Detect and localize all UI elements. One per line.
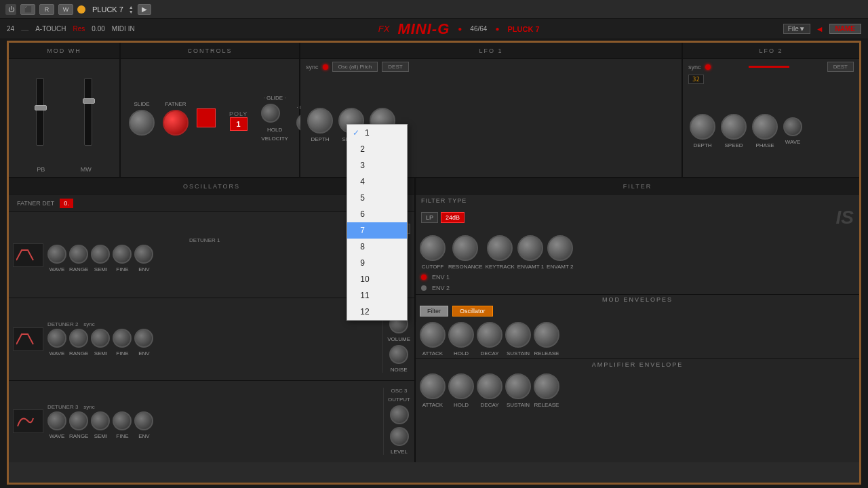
env2-led xyxy=(421,285,427,291)
slider2-container xyxy=(84,78,92,146)
dropdown-check-1: ✓ xyxy=(353,128,359,138)
dropdown-item-4[interactable]: 4 xyxy=(347,174,407,190)
resonance-knob[interactable] xyxy=(452,235,478,261)
osc1-wave-knob[interactable] xyxy=(47,245,66,264)
osc1-range-knob[interactable] xyxy=(69,245,88,264)
poly-display[interactable]: 1 xyxy=(230,117,248,131)
osc2-wave-label: WAVE xyxy=(50,350,65,357)
dropdown-item-8[interactable]: 8 xyxy=(347,239,407,255)
mod-release-knob[interactable] xyxy=(534,322,559,348)
osc3-env-knob[interactable] xyxy=(134,411,153,430)
osc3-range-knob[interactable] xyxy=(69,411,88,430)
file-button[interactable]: File▼ xyxy=(783,24,810,34)
osc3-out-knob[interactable] xyxy=(390,427,409,446)
detuner3-row: DETUNER 3 sync xyxy=(47,404,379,410)
amp-hold-knob[interactable] xyxy=(448,373,474,399)
dropdown-item-1[interactable]: ✓1 xyxy=(347,125,407,141)
mod-decay-knob[interactable] xyxy=(477,322,502,348)
osc2-env-knob[interactable] xyxy=(134,329,153,348)
output-label: OUTPUT xyxy=(388,396,410,403)
amp-attack-knob[interactable] xyxy=(420,373,446,399)
toolbar-atouch[interactable]: A-TOUCH xyxy=(35,25,66,33)
end-btn[interactable]: ▶ xyxy=(138,4,151,15)
noise-knob[interactable] xyxy=(389,345,408,364)
mod-attack-wrap: ATTACK xyxy=(420,322,446,357)
osc1-semi-knob[interactable] xyxy=(91,245,110,264)
toolbar-brand-area: FX MINI-G ● 46/64 ● PLUCK 7 xyxy=(142,20,776,38)
power-icon[interactable]: ⏻ xyxy=(5,4,16,15)
osc3-semi-knob[interactable] xyxy=(91,411,110,430)
dropdown-item-5[interactable]: 5 xyxy=(347,190,407,206)
lp-btn[interactable]: LP xyxy=(421,212,438,223)
osc3-env-wrap: ENV xyxy=(134,411,153,439)
lfo1-osc-btn[interactable]: Osc (all) Pitch xyxy=(332,62,378,72)
lfo2-header: LFO 2 xyxy=(683,43,859,59)
slider1-track[interactable] xyxy=(36,78,44,146)
fx-label: FX xyxy=(378,24,390,34)
glide-knob[interactable] xyxy=(261,104,280,123)
patch-arrows[interactable]: ▲ ▼ xyxy=(129,5,134,14)
lfo2-phase-knob[interactable] xyxy=(752,114,778,140)
slider2-track[interactable] xyxy=(84,78,92,146)
filter-type-row: LP 24dB IS xyxy=(416,207,859,231)
osc2-range-knob[interactable] xyxy=(69,329,88,348)
oscillator-tab[interactable]: Oscillator xyxy=(452,306,493,317)
toolbar: 24 — A-TOUCH Res 0.00 MIDI IN FX MINI-G … xyxy=(0,19,868,39)
name-button[interactable]: NAME xyxy=(829,24,861,34)
dropdown-item-6[interactable]: 6 xyxy=(347,206,407,222)
lfo1-dest-btn[interactable]: DEST xyxy=(382,62,408,72)
osc3-vol-knob[interactable] xyxy=(390,405,409,424)
osc2-fine-knob[interactable] xyxy=(113,329,132,348)
osc3-fine-knob[interactable] xyxy=(113,411,132,430)
midi-btn[interactable]: ⬛ xyxy=(20,4,35,15)
osc1-env-knob[interactable] xyxy=(134,245,153,264)
velocity-sq[interactable] xyxy=(197,108,216,127)
lfo2-phase-wrap: PHASE xyxy=(752,114,778,148)
fatner-knob[interactable] xyxy=(163,110,189,136)
wrt-btn[interactable]: W xyxy=(58,4,73,15)
slide-knob[interactable] xyxy=(129,110,155,136)
lfo2-depth-knob[interactable] xyxy=(690,114,715,140)
osc2-semi-knob[interactable] xyxy=(91,329,110,348)
dropdown-item-7[interactable]: 7 xyxy=(347,222,407,239)
mod-sustain-knob[interactable] xyxy=(505,322,531,348)
osc3-row: DETUNER 3 sync WAVE RANGE xyxy=(9,381,414,463)
osc2-wave-knob[interactable] xyxy=(47,329,66,348)
cutoff-knob[interactable] xyxy=(420,235,446,261)
env1-led xyxy=(421,274,427,280)
osc2-wave-display xyxy=(13,327,43,351)
mod-hold-knob[interactable] xyxy=(448,322,474,348)
lfo2-num: 32 xyxy=(688,75,704,84)
rec-btn[interactable]: R xyxy=(39,4,54,15)
dropdown-check-6 xyxy=(353,209,355,219)
dropdown-item-2[interactable]: 2 xyxy=(347,141,407,157)
keytrack-knob[interactable] xyxy=(487,235,513,261)
lfo2-speed-knob[interactable] xyxy=(721,114,747,140)
lfo1-depth-wrap: DEPTH xyxy=(307,108,333,142)
bottom-area: OSCILLATORS FATNER DET 0. DETUNER 1 xyxy=(9,178,859,462)
filter-tab[interactable]: Filter xyxy=(420,306,448,317)
dropdown-item-9[interactable]: 9 xyxy=(347,255,407,271)
amp-decay-knob[interactable] xyxy=(477,373,502,399)
envamt2-knob[interactable] xyxy=(547,235,573,261)
envamt1-knob[interactable] xyxy=(517,235,543,261)
dropdown-item-10[interactable]: 10 xyxy=(347,271,407,287)
lfo2-dest-btn[interactable]: DEST xyxy=(827,62,854,72)
osc1-knobs: WAVE RANGE SEMI FINE xyxy=(47,245,362,272)
amp-sustain-knob[interactable] xyxy=(505,373,531,399)
osc1-fine-knob[interactable] xyxy=(113,245,132,264)
filter-header: FILTER xyxy=(416,178,859,195)
status-led xyxy=(77,5,85,14)
osc3-semi-wrap: SEMI xyxy=(91,411,110,439)
osc3-wave-knob[interactable] xyxy=(47,411,66,430)
dropdown-item-3[interactable]: 3 xyxy=(347,157,407,174)
24db-btn[interactable]: 24dB xyxy=(441,212,465,223)
mod-attack-knob[interactable] xyxy=(420,322,446,348)
lfo2-wave-knob[interactable] xyxy=(783,117,802,136)
amp-release-knob[interactable] xyxy=(534,373,559,399)
toolbar-left-arrow[interactable]: ◄ xyxy=(816,24,824,34)
dropdown-label-8: 8 xyxy=(360,242,365,251)
lfo1-depth-knob[interactable] xyxy=(307,108,333,134)
dropdown-item-11[interactable]: 11 xyxy=(347,287,407,304)
dropdown-item-12[interactable]: 12 xyxy=(347,304,407,320)
